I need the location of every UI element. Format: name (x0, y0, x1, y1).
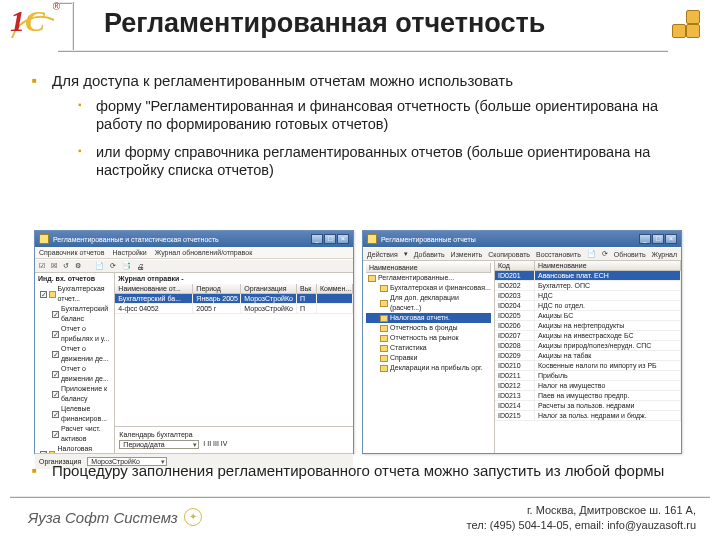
table-row[interactable]: ID0204НДС по отдел. (495, 301, 681, 311)
menu-item[interactable]: Журнал обновлений/отправок (155, 249, 252, 256)
tree-item[interactable]: Расчет чист. активов (38, 424, 111, 444)
tree-item[interactable]: Целевые финансиров... (38, 404, 111, 424)
left-pane-header: Инд. вх. отчетов (38, 275, 111, 282)
tree-item[interactable]: Декларации на прибыль орг. (366, 363, 491, 373)
tree-item[interactable]: Статистика (366, 343, 491, 353)
decor-line (58, 2, 72, 4)
decor-line (58, 50, 668, 52)
cubes-icon (672, 10, 704, 42)
tree-item[interactable]: Отчетность на рынок (366, 333, 491, 343)
tree-item[interactable]: Бухгалтерская и финансовая... (366, 283, 491, 293)
screenshot-form-reporting: Регламентированные и статистическая отче… (34, 230, 354, 454)
table-row[interactable]: ID0202Бухгалтер. ОПС (495, 281, 681, 291)
tree-item[interactable]: Отчет о прибылях и у... (38, 324, 111, 344)
footer-brand: Яуза Софт Системз ✦ (28, 508, 202, 526)
app-icon (367, 234, 377, 244)
logo-1c: 1C® (10, 4, 58, 52)
decor-line (10, 496, 710, 498)
app-icon (39, 234, 49, 244)
max-button[interactable]: □ (324, 234, 336, 244)
table-row[interactable]: ID0212Налог на имущество (495, 381, 681, 391)
page-title: Регламентированная отчетность (104, 8, 545, 39)
min-button[interactable]: _ (311, 234, 323, 244)
table-row[interactable]: ID0201Авансовые плат. ЕСН (495, 271, 681, 281)
period-combo[interactable]: Период/дата (119, 440, 199, 449)
table-row[interactable]: ID0211Прибыль (495, 371, 681, 381)
close-button[interactable]: × (665, 234, 677, 244)
table-row[interactable]: ID0209Акцизы на табак (495, 351, 681, 361)
window-title: Регламентированные и статистическая отче… (53, 236, 219, 243)
table-row[interactable]: ID0203НДС (495, 291, 681, 301)
table-row[interactable]: ID0206Акцизы на нефтепродукты (495, 321, 681, 331)
min-button[interactable]: _ (639, 234, 651, 244)
calendar-label: Календарь бухгалтера (119, 431, 349, 438)
decor-line (72, 2, 74, 52)
tree-item[interactable]: Приложение к балансу (38, 384, 111, 404)
menu-item[interactable]: Настройки (112, 249, 146, 256)
window-title: Регламентированные отчеты (381, 236, 476, 243)
tree-item[interactable]: Регламентированные... (366, 273, 491, 283)
tree-item[interactable]: Налоговая отчетность (38, 444, 111, 453)
table-row[interactable]: ID0205Акцизы БС (495, 311, 681, 321)
tree-item[interactable]: Отчет о движении де... (38, 364, 111, 384)
tree-item[interactable]: Бухгалтерский баланс (38, 304, 111, 324)
tree-item[interactable]: Налоговая отчетн. (366, 313, 491, 323)
table-row[interactable]: ID0213Паев на имущество предпр. (495, 391, 681, 401)
globe-icon: ✦ (184, 508, 202, 526)
close-button[interactable]: × (337, 234, 349, 244)
tree-item[interactable]: Отчет о движении де... (38, 344, 111, 364)
table-row[interactable]: ID0214Расчеты за пользов. недрами (495, 401, 681, 411)
table-row[interactable]: ID0208Акцизы природ/полез/нерудн. СПС (495, 341, 681, 351)
tree-item[interactable]: Бухгалтерская отчет... (38, 284, 111, 304)
tree-item[interactable]: Для доп. декларации (расчет...) (366, 293, 491, 313)
tree-item[interactable]: Отчетность в фонды (366, 323, 491, 333)
table-row[interactable]: ID0207Акцизы на инвестрасходе БС (495, 331, 681, 341)
menu-item[interactable]: Справочник отчетов (39, 249, 104, 256)
bullet-sub1: форму "Регламентированная и финансовая о… (78, 97, 692, 133)
bullet-sub2: или форму справочника регламентированных… (78, 143, 692, 179)
table-row[interactable]: ID0210Косвенные налоги по импорту из РБ (495, 361, 681, 371)
max-button[interactable]: □ (652, 234, 664, 244)
bullet-outro: Процедуру заполнения регламентированного… (32, 462, 692, 479)
screenshot-form-directory: Регламентированные отчеты _ □ × Действия… (362, 230, 682, 454)
footer-contact: г. Москва, Дмитровское ш. 161 А, тел: (4… (467, 503, 696, 532)
table-row[interactable]: ID0215Налог за польз. недрами и бюдж. (495, 411, 681, 421)
bullet-intro: Для доступа к регламентированным отчетам… (32, 72, 692, 180)
tree-item[interactable]: Справки (366, 353, 491, 363)
